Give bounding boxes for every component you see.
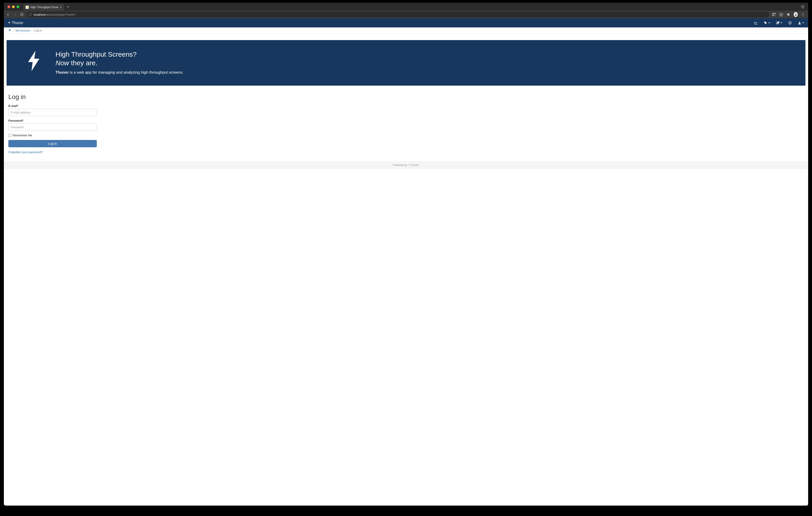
url-text: localhost/accounts/login/?next=/ [34, 13, 76, 16]
hero-title-line1: High Throughput Screens? [56, 51, 137, 58]
hero-title-italic: Now [56, 59, 69, 67]
breadcrumb: › My Account › Log In [4, 27, 310, 34]
tab-bar: ⚡ High Throughput Screening | T × + [4, 3, 310, 11]
breadcrumb-separator: › [13, 29, 14, 32]
window-minimize-button[interactable] [12, 5, 15, 8]
login-button[interactable]: Log in [8, 140, 97, 147]
site-info-icon[interactable]: i [29, 13, 32, 16]
back-button[interactable] [6, 12, 10, 17]
browser-chrome: ⚡ High Throughput Screening | T × + i [4, 3, 310, 18]
footer: Powered by Thunor [4, 161, 310, 169]
address-field[interactable]: i localhost/accounts/login/?next=/ [27, 11, 310, 18]
brand-text: Thunor [12, 21, 23, 25]
browser-tab[interactable]: ⚡ High Throughput Screening | T × [23, 4, 64, 11]
forgot-password-link[interactable]: Forgotten your password? [8, 150, 42, 154]
hero-bolt-icon [16, 51, 42, 74]
hero-text: High Throughput Screens? Now they are. T… [56, 50, 183, 75]
hero-subtitle: Thunor is a web app for managing and ana… [56, 70, 183, 75]
email-label: E-mail* [8, 104, 97, 108]
favicon: ⚡ [26, 6, 29, 9]
breadcrumb-my-account[interactable]: My Account [16, 29, 30, 32]
url-path: /accounts/login/?next=/ [45, 13, 76, 16]
hero-banner: High Throughput Screens? Now they are. T… [6, 40, 310, 86]
remember-label: Remember Me [13, 134, 32, 137]
forward-button[interactable] [13, 12, 17, 17]
tab-close-icon[interactable]: × [60, 5, 62, 9]
remember-checkbox[interactable] [8, 134, 11, 137]
address-bar: i localhost/accounts/login/?next=/ [4, 11, 310, 18]
tab-title: High Throughput Screening | T [30, 6, 58, 9]
window-close-button[interactable] [7, 5, 10, 8]
breadcrumb-current: Log In [34, 29, 42, 32]
window-maximize-button[interactable] [17, 5, 19, 8]
password-field[interactable] [8, 123, 97, 131]
hero-sub-rest: is a web app for managing and analyzing … [69, 70, 183, 74]
content: High Throughput Screens? Now they are. T… [4, 34, 310, 197]
new-tab-button[interactable]: + [64, 5, 71, 9]
email-field[interactable] [8, 109, 97, 116]
bolt-icon [8, 21, 11, 25]
window-controls [6, 5, 21, 8]
reload-button[interactable] [20, 12, 24, 17]
hero-sub-bold: Thunor [56, 70, 69, 74]
brand[interactable]: Thunor [8, 21, 23, 25]
url-host: localhost [34, 13, 45, 16]
browser-window: ⚡ High Throughput Screening | T × + i [4, 3, 310, 197]
password-label: Password* [8, 119, 97, 122]
login-heading: Log in [8, 93, 97, 100]
login-form: Log in E-mail* Password* Remember Me Log… [4, 86, 101, 158]
breadcrumb-home[interactable] [8, 29, 11, 32]
breadcrumb-separator: › [31, 29, 32, 32]
hero-title-rest: they are. [69, 59, 97, 67]
page-content: Thunor [4, 18, 310, 197]
app-navbar: Thunor [4, 18, 310, 27]
hero-title: High Throughput Screens? Now they are. [56, 50, 183, 67]
